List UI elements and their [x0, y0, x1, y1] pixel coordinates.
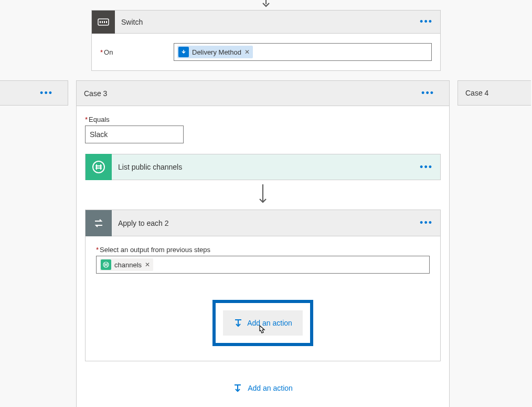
- case-3-header[interactable]: Case 3 •••: [77, 81, 449, 106]
- case-4-stub[interactable]: Case 4: [457, 80, 531, 106]
- switch-body: *On Delivery Method ✕: [92, 34, 440, 70]
- loop-icon: [86, 210, 112, 236]
- on-input[interactable]: Delivery Method ✕: [174, 43, 432, 61]
- remove-token-icon[interactable]: ✕: [244, 48, 250, 56]
- apply-title: Apply to each 2: [112, 219, 412, 227]
- token-label: Delivery Method: [192, 48, 241, 56]
- switch-header[interactable]: Switch •••: [92, 11, 440, 34]
- more-icon[interactable]: •••: [33, 88, 60, 99]
- add-action-label: Add an action: [248, 384, 293, 392]
- more-icon[interactable]: •••: [412, 217, 440, 228]
- apply-header[interactable]: Apply to each 2 •••: [86, 210, 440, 236]
- equals-label: *Equals: [85, 116, 441, 123]
- arrow-down-icon: [0, 0, 532, 7]
- forms-icon: [178, 47, 189, 57]
- token-label: channels: [114, 261, 142, 269]
- svg-rect-2: [102, 21, 103, 23]
- slack-icon: [101, 259, 111, 270]
- list-channels-title: List public channels: [112, 163, 412, 171]
- select-output-label: *Select an output from previous steps: [96, 246, 430, 254]
- on-label: *On: [100, 48, 174, 56]
- apply-body: *Select an output from previous steps ch…: [86, 236, 440, 361]
- case-row: ••• Case 3 ••• *Equals List public chann…: [0, 80, 532, 407]
- svg-point-5: [93, 161, 104, 173]
- add-action-label: Add an action: [247, 319, 292, 327]
- case-left-stub[interactable]: •••: [0, 80, 68, 106]
- add-action-button[interactable]: Add an action: [223, 310, 303, 336]
- switch-title: Switch: [115, 18, 412, 26]
- case-3-title: Case 3: [84, 89, 414, 98]
- more-icon[interactable]: •••: [414, 88, 442, 99]
- select-output-input[interactable]: channels ✕: [96, 256, 430, 274]
- remove-token-icon[interactable]: ✕: [145, 261, 150, 268]
- slack-icon: [86, 154, 112, 180]
- arrow-down-icon: [85, 184, 441, 205]
- add-action-highlight: Add an action: [212, 300, 313, 346]
- svg-point-6: [103, 262, 109, 267]
- insert-step-icon: [233, 318, 243, 328]
- delivery-method-token[interactable]: Delivery Method ✕: [177, 46, 253, 58]
- more-icon[interactable]: •••: [412, 16, 440, 27]
- case-3-card: Case 3 ••• *Equals List public channels …: [76, 80, 450, 407]
- insert-step-icon: [233, 383, 242, 393]
- channels-token[interactable]: channels ✕: [100, 258, 153, 271]
- svg-rect-4: [106, 21, 107, 23]
- switch-icon: [92, 11, 115, 34]
- equals-input[interactable]: [85, 126, 184, 143]
- more-icon[interactable]: •••: [412, 162, 440, 173]
- add-action-button[interactable]: Add an action: [85, 383, 441, 393]
- case-4-title: Case 4: [465, 89, 488, 97]
- svg-rect-3: [104, 21, 105, 23]
- list-channels-card[interactable]: List public channels •••: [85, 154, 441, 180]
- svg-rect-1: [100, 21, 101, 23]
- apply-to-each-card: Apply to each 2 ••• *Select an output fr…: [85, 210, 441, 361]
- case-3-body: *Equals List public channels •••: [77, 106, 449, 407]
- switch-card: Switch ••• *On Delivery Method ✕: [91, 10, 441, 71]
